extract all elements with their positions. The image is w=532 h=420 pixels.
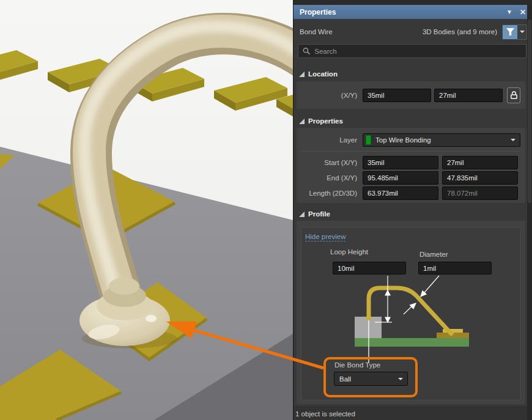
properties-panel: Properties ▼ ✕ Bond Wire 3D Bodies (and … bbox=[293, 0, 532, 420]
filter-dropdown-button[interactable] bbox=[518, 24, 527, 40]
profile-band: Hide preview Loop Height Diameter bbox=[297, 221, 525, 404]
panel-title: Properties bbox=[300, 8, 336, 17]
panel-top-strip bbox=[294, 0, 532, 5]
panel-menu-icon[interactable]: ▼ bbox=[506, 9, 512, 15]
section-title: Location bbox=[308, 70, 338, 78]
location-x-input[interactable] bbox=[363, 89, 431, 102]
end-y-input[interactable] bbox=[442, 171, 518, 185]
layer-color-swatch bbox=[366, 135, 371, 145]
app-window: Properties ▼ ✕ Bond Wire 3D Bodies (and … bbox=[0, 0, 532, 420]
properties-band: Layer Top Wire Bonding Start (X/Y) End (… bbox=[297, 128, 525, 203]
object-type-label: Bond Wire bbox=[300, 28, 333, 35]
xy-label: (X/Y) bbox=[297, 92, 363, 99]
panel-header: Properties ▼ ✕ bbox=[294, 5, 532, 19]
vertical-scrollbar[interactable] bbox=[527, 5, 532, 420]
profile-preview: Hide preview Loop Height Diameter bbox=[301, 227, 521, 400]
section-expanded-icon bbox=[299, 212, 305, 217]
start-y-input[interactable] bbox=[442, 156, 518, 169]
loop-height-label: Loop Height bbox=[330, 248, 368, 256]
status-text: 1 object is selected bbox=[295, 410, 355, 418]
row-label: Start (X/Y) bbox=[297, 159, 363, 166]
end-x-input[interactable] bbox=[363, 171, 438, 185]
hide-preview-link[interactable]: Hide preview bbox=[305, 233, 345, 241]
funnel-icon bbox=[506, 28, 515, 36]
loop-height-input[interactable] bbox=[333, 262, 406, 274]
divider bbox=[301, 151, 520, 152]
row-label: Length (2D/3D) bbox=[297, 190, 363, 197]
row-label: End (X/Y) bbox=[297, 174, 363, 182]
section-title: Profile bbox=[308, 210, 330, 218]
start-x-input[interactable] bbox=[363, 156, 438, 169]
lock-button[interactable] bbox=[507, 87, 520, 103]
chevron-down-icon bbox=[511, 139, 515, 141]
section-header-location[interactable]: Location bbox=[299, 70, 338, 78]
location-y-input[interactable] bbox=[434, 89, 503, 102]
die-block bbox=[355, 317, 382, 338]
object-type-row: Bond Wire 3D Bodies (and 9 more) bbox=[294, 24, 532, 40]
length-3d-input bbox=[442, 186, 518, 200]
search-icon bbox=[303, 47, 310, 55]
scrollbar-thumb[interactable] bbox=[528, 20, 531, 203]
diameter-label: Diameter bbox=[419, 251, 448, 258]
filter-scope-label: 3D Bodies (and 9 more) bbox=[423, 28, 497, 35]
pcb-3d-viewport[interactable] bbox=[0, 0, 293, 420]
filter-button[interactable] bbox=[502, 24, 518, 40]
section-header-profile[interactable]: Profile bbox=[299, 210, 330, 218]
search-input[interactable] bbox=[314, 48, 522, 55]
pcb-substrate bbox=[355, 338, 469, 347]
status-bar: 1 object is selected bbox=[294, 407, 528, 420]
section-expanded-icon bbox=[299, 119, 305, 124]
section-title: Properties bbox=[308, 117, 343, 125]
diameter-input[interactable] bbox=[418, 262, 492, 274]
layer-dropdown[interactable]: Top Wire Bonding bbox=[363, 133, 520, 147]
loop-height-dimension bbox=[375, 276, 392, 322]
wire-profile-diagram bbox=[301, 274, 522, 363]
panel-close-icon[interactable]: ✕ bbox=[520, 8, 526, 17]
die-bond-type-value: Ball bbox=[337, 375, 398, 383]
chevron-down-icon bbox=[398, 378, 403, 380]
layer-value: Top Wire Bonding bbox=[375, 136, 511, 144]
die-bond-type-label: Die Bond Type bbox=[334, 361, 380, 369]
section-header-properties[interactable]: Properties bbox=[299, 117, 343, 125]
chevron-down-icon bbox=[520, 31, 525, 33]
length-2d-input[interactable] bbox=[363, 186, 438, 200]
location-band: (X/Y) bbox=[297, 81, 525, 109]
unlock-icon bbox=[509, 90, 519, 100]
search-box bbox=[298, 44, 526, 58]
layer-label: Layer bbox=[297, 136, 363, 144]
section-expanded-icon bbox=[299, 72, 305, 77]
die-bond-type-dropdown[interactable]: Ball bbox=[334, 372, 408, 386]
diameter-dimension bbox=[404, 276, 439, 314]
